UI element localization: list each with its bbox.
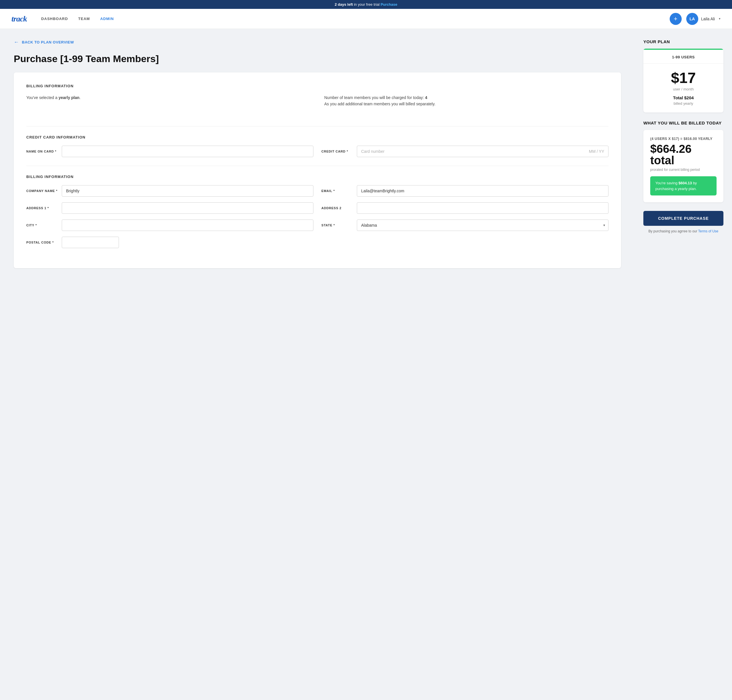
nav-team[interactable]: TEAM bbox=[78, 16, 90, 21]
cc-fields-row: NAME ON CARD CREDIT CARD Card number MM … bbox=[26, 146, 609, 157]
postal-code-input[interactable] bbox=[62, 237, 119, 248]
cc-section-title: CREDIT CARD INFORMATION bbox=[26, 135, 609, 140]
yearly-plan-after: . bbox=[79, 95, 81, 100]
city-state-row: CITY STATE Alabama Alaska Arizona Arkans… bbox=[26, 219, 609, 231]
state-label: STATE bbox=[321, 224, 353, 227]
plan-users-label: 1-99 USERS bbox=[650, 55, 717, 59]
state-field: STATE Alabama Alaska Arizona Arkansas Ca… bbox=[321, 219, 609, 231]
banner-text-middle: in your free trial bbox=[354, 2, 381, 7]
email-field: EMAIL bbox=[321, 185, 609, 197]
plan-card-header: 1-99 USERS bbox=[643, 49, 723, 63]
back-arrow-icon: ← bbox=[14, 39, 19, 45]
name-on-card-field: NAME ON CARD bbox=[26, 146, 313, 157]
additional-text: As you add additional team members you w… bbox=[324, 101, 436, 106]
back-label: BACK TO PLAN OVERVIEW bbox=[22, 40, 74, 44]
user-menu[interactable]: LA Laila Ali ▾ bbox=[686, 13, 720, 25]
postal-code-label: POSTAL CODE bbox=[26, 241, 58, 244]
plan-card: 1-99 USERS $17 user / month Total $204 b… bbox=[643, 49, 723, 112]
address1-field: ADDRESS 1 bbox=[26, 202, 313, 214]
postal-row: POSTAL CODE bbox=[26, 237, 609, 248]
nav-dashboard[interactable]: DASHBOARD bbox=[41, 16, 68, 21]
charge-number: 4 bbox=[425, 95, 427, 100]
header: track DASHBOARD TEAM ADMIN + LA Laila Al… bbox=[0, 9, 732, 29]
address2-input[interactable] bbox=[357, 202, 609, 214]
credit-card-field: CREDIT CARD Card number MM / YY bbox=[321, 146, 609, 157]
postal-spacer bbox=[321, 237, 609, 248]
plan-total-label: Total $204 bbox=[650, 95, 717, 100]
yearly-plan-text: You've selected a yearly plan. bbox=[26, 94, 311, 118]
billing-prorated: prorated for current billing period bbox=[650, 168, 717, 172]
billing-today-card: (4 USERS X $17) = $816.00 YEARLY $664.26… bbox=[643, 130, 723, 202]
plan-billed: billed yearly bbox=[650, 101, 717, 106]
page-title: Purchase [1-99 Team Members] bbox=[14, 53, 621, 65]
address2-field: ADDRESS 2 bbox=[321, 202, 609, 214]
banner-purchase-link[interactable]: Purchase bbox=[381, 2, 398, 7]
credit-card-label: CREDIT CARD bbox=[321, 150, 353, 153]
banner-text-before: 2 days left bbox=[335, 2, 353, 7]
yearly-plan-before: You've selected a bbox=[26, 95, 59, 100]
chevron-down-icon: ▾ bbox=[719, 17, 720, 21]
charge-text: Number of team members you will be charg… bbox=[324, 95, 425, 100]
state-select[interactable]: Alabama Alaska Arizona Arkansas Californ… bbox=[357, 219, 609, 231]
tos-link[interactable]: Terms of Use bbox=[698, 229, 719, 233]
divider-2 bbox=[26, 166, 609, 166]
credit-card-input[interactable]: Card number MM / YY bbox=[357, 146, 609, 157]
plan-card-body: $17 user / month Total $204 billed yearl… bbox=[643, 63, 723, 112]
plan-per: user / month bbox=[650, 87, 717, 91]
city-label: CITY bbox=[26, 224, 58, 227]
company-name-label: COMPANY NAME bbox=[26, 189, 58, 193]
cc-date-placeholder: MM / YY bbox=[589, 149, 604, 154]
main-nav: DASHBOARD TEAM ADMIN bbox=[41, 16, 670, 21]
charge-info-text: Number of team members you will be charg… bbox=[324, 94, 609, 118]
form-card: BILLING INFORMATION You've selected a ye… bbox=[14, 72, 621, 268]
plan-price: $17 bbox=[650, 71, 717, 85]
your-plan-title: YOUR PLAN bbox=[643, 39, 723, 44]
cc-placeholder: Card number bbox=[361, 149, 384, 154]
billing-info-row: You've selected a yearly plan. Number of… bbox=[26, 94, 609, 118]
state-select-wrap: Alabama Alaska Arizona Arkansas Californ… bbox=[357, 219, 609, 231]
sidebar: YOUR PLAN 1-99 USERS $17 user / month To… bbox=[635, 29, 732, 697]
billing-section-title: BILLING INFORMATION bbox=[26, 175, 609, 179]
address2-label: ADDRESS 2 bbox=[321, 206, 353, 210]
savings-amount: $604.13 bbox=[679, 181, 692, 185]
city-input[interactable] bbox=[62, 219, 313, 231]
billing-today-title: WHAT YOU WILL BE BILLED TODAY bbox=[643, 121, 723, 125]
divider bbox=[26, 126, 609, 126]
address1-input[interactable] bbox=[62, 202, 313, 214]
savings-before: You're saving bbox=[655, 181, 679, 185]
nav-admin[interactable]: ADMIN bbox=[100, 16, 114, 21]
company-name-field: COMPANY NAME bbox=[26, 185, 313, 197]
tos-text: By purchasing you agrree to our Terms of… bbox=[643, 229, 723, 233]
address-row: ADDRESS 1 ADDRESS 2 bbox=[26, 202, 609, 214]
name-on-card-input[interactable] bbox=[62, 146, 313, 157]
tos-before: By purchasing you agrree to our bbox=[648, 229, 698, 233]
postal-code-field: POSTAL CODE bbox=[26, 237, 313, 248]
billing-info-title: BILLING INFORMATION bbox=[26, 84, 609, 88]
header-right: + LA Laila Ali ▾ bbox=[670, 13, 720, 25]
savings-banner: You're saving $604.13 by purchasing a ye… bbox=[650, 176, 717, 196]
email-label: EMAIL bbox=[321, 189, 353, 193]
avatar: LA bbox=[686, 13, 698, 25]
user-name: Laila Ali bbox=[701, 16, 715, 21]
main-layout: ← BACK TO PLAN OVERVIEW Purchase [1-99 T… bbox=[0, 29, 732, 697]
yearly-plan-bold: yearly plan bbox=[59, 95, 79, 100]
billing-formula: (4 USERS X $17) = $816.00 YEARLY bbox=[650, 137, 717, 141]
logo: track bbox=[12, 14, 27, 24]
trial-banner: 2 days left in your free trial Purchase bbox=[0, 0, 732, 9]
complete-purchase-button[interactable]: COMPLETE PURCHASE bbox=[643, 211, 723, 226]
back-link[interactable]: ← BACK TO PLAN OVERVIEW bbox=[14, 39, 621, 45]
address1-label: ADDRESS 1 bbox=[26, 206, 58, 210]
add-button[interactable]: + bbox=[670, 13, 682, 25]
content-area: ← BACK TO PLAN OVERVIEW Purchase [1-99 T… bbox=[0, 29, 635, 697]
name-on-card-label: NAME ON CARD bbox=[26, 150, 58, 153]
city-field: CITY bbox=[26, 219, 313, 231]
company-name-input[interactable] bbox=[62, 185, 313, 197]
email-input[interactable] bbox=[357, 185, 609, 197]
billing-total: $664.26 total bbox=[650, 143, 717, 166]
company-email-row: COMPANY NAME EMAIL bbox=[26, 185, 609, 197]
